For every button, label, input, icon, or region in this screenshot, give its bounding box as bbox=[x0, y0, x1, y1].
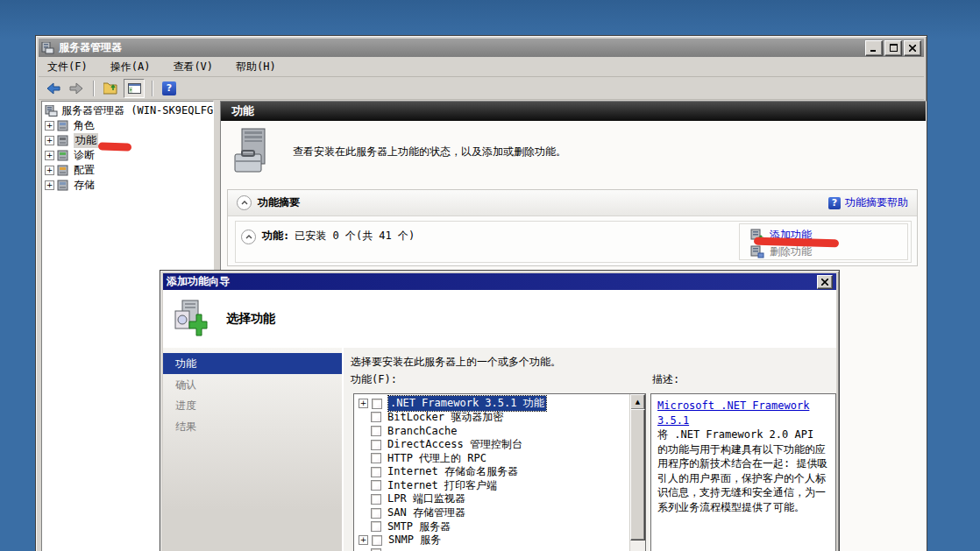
feature-row[interactable]: DirectAccess 管理控制台 bbox=[354, 438, 645, 452]
checkbox-icon[interactable] bbox=[372, 535, 382, 546]
features-summary-help-link[interactable]: 功能摘要帮助 bbox=[845, 195, 908, 210]
summary-title: 功能摘要 bbox=[258, 195, 300, 210]
help-icon: ? bbox=[162, 81, 176, 95]
close-icon bbox=[909, 45, 916, 52]
maximize-button[interactable] bbox=[884, 40, 902, 56]
listbox-scrollbar[interactable]: ▲ bbox=[629, 394, 645, 551]
expand-plus-icon[interactable]: + bbox=[45, 166, 54, 175]
configuration-icon bbox=[57, 165, 70, 176]
tree-item-label: 功能 bbox=[74, 133, 98, 148]
dialog-close-button[interactable] bbox=[817, 275, 833, 289]
features-overview-icon bbox=[233, 128, 273, 175]
features-summary-header: 功能摘要 ? 功能摘要帮助 bbox=[228, 190, 917, 216]
wizard-step-features[interactable]: 功能 bbox=[163, 353, 342, 374]
collapse-chevron-icon[interactable] bbox=[237, 195, 252, 210]
tree-item-root[interactable]: 服务器管理器 (WIN-SK9EQLFGIL bbox=[42, 103, 213, 118]
window-title-bar: 服务器管理器 bbox=[39, 39, 924, 57]
feature-row[interactable]: SAN 存储管理器 bbox=[354, 506, 645, 520]
toolbar-separator bbox=[93, 81, 94, 96]
desktop: 服务器管理器 文件(F)操作(A)查看(V)帮助(H) bbox=[0, 0, 980, 551]
tree-item-configuration[interactable]: +配置 bbox=[42, 163, 213, 178]
dialog-heading: 选择功能 bbox=[226, 311, 275, 327]
features-summary-section: 功能摘要 ? 功能摘要帮助 功能: 已安装 0 个(共 41 个) bbox=[227, 189, 918, 266]
feature-description-link[interactable]: Microsoft .NET Framework 3.5.1 bbox=[657, 399, 809, 427]
remove-features-icon bbox=[750, 245, 764, 258]
back-button[interactable] bbox=[44, 80, 63, 97]
features-icon bbox=[57, 135, 70, 146]
remove-features-link: 删除功能 bbox=[770, 244, 812, 259]
page-title: 功能 bbox=[221, 102, 926, 121]
tree-item-storage[interactable]: +存储 bbox=[42, 178, 213, 193]
expand-plus-icon[interactable]: + bbox=[359, 535, 368, 545]
tree-item-label: 诊断 bbox=[74, 148, 95, 163]
checkbox-icon[interactable] bbox=[371, 440, 381, 450]
checkbox-icon[interactable] bbox=[371, 426, 381, 436]
feature-row[interactable]: LPR 端口监视器 bbox=[354, 492, 645, 506]
checkbox-icon[interactable] bbox=[372, 399, 382, 409]
feature-row[interactable]: BranchCache bbox=[354, 424, 645, 438]
intro-section: 查看安装在此服务器上功能的状态，以及添加或删除功能。 bbox=[233, 128, 566, 175]
description-panel: Microsoft .NET Framework 3.5.1 将 .NET Fr… bbox=[650, 393, 836, 551]
back-arrow-icon bbox=[46, 82, 60, 95]
menu-item-view[interactable]: 查看(V) bbox=[173, 60, 213, 74]
folder-up-icon bbox=[103, 82, 118, 95]
menu-item-help[interactable]: 帮助(H) bbox=[236, 60, 276, 74]
tree-item-roles[interactable]: +角色 bbox=[42, 118, 213, 133]
checkbox-icon[interactable] bbox=[371, 494, 381, 505]
scroll-up-button[interactable]: ▲ bbox=[630, 394, 645, 410]
checkbox-icon[interactable] bbox=[371, 508, 381, 519]
feature-row[interactable]: Internet 打印客户端 bbox=[354, 479, 645, 493]
feature-row[interactable]: BitLocker 驱动器加密 bbox=[354, 411, 645, 425]
feature-row[interactable]: SMTP 服务器 bbox=[354, 519, 645, 533]
tree-root-label: 服务器管理器 (WIN-SK9EQLFGIL bbox=[61, 103, 214, 118]
checkbox-icon[interactable] bbox=[371, 467, 381, 477]
minimize-button[interactable] bbox=[865, 40, 883, 56]
features-count-label: 功能: bbox=[262, 229, 289, 244]
scrollbar-thumb[interactable] bbox=[630, 409, 645, 540]
checkbox-icon[interactable] bbox=[371, 521, 381, 532]
feature-row[interactable]: Internet 存储命名服务器 bbox=[354, 465, 645, 479]
instruction-text: 选择要安装在此服务器上的一个或多个功能。 bbox=[351, 355, 561, 370]
server-manager-icon bbox=[41, 42, 54, 54]
close-button[interactable] bbox=[904, 40, 921, 56]
dialog-body: 功能确认进度结果 选择要安装在此服务器上的一个或多个功能。 功能(F): 描述:… bbox=[163, 348, 836, 551]
minimize-icon bbox=[870, 45, 877, 52]
expand-plus-icon[interactable]: + bbox=[45, 151, 54, 160]
console-tree-button[interactable] bbox=[124, 79, 145, 98]
expand-plus-icon[interactable]: + bbox=[45, 180, 54, 190]
feature-row[interactable]: +.NET Framework 3.5.1 功能 bbox=[354, 397, 645, 411]
storage-icon bbox=[57, 180, 70, 191]
toolbar-separator bbox=[152, 81, 153, 96]
feature-row[interactable]: HTTP 代理上的 RPC bbox=[354, 451, 645, 465]
dialog-title: 添加功能向导 bbox=[167, 274, 230, 289]
collapse-chevron-icon[interactable] bbox=[241, 230, 256, 244]
diagnostics-icon bbox=[57, 150, 70, 161]
add-features-wizard-dialog: 添加功能向导 选择功能 功能确认进度结果 选择要安装在此服务器上的一个或多个功能… bbox=[160, 270, 840, 551]
page-title-text: 功能 bbox=[231, 103, 254, 119]
features-count-value: 已安装 0 个(共 41 个) bbox=[295, 229, 415, 244]
features-list-label: 功能(F): bbox=[351, 372, 397, 387]
menu-item-action[interactable]: 操作(A) bbox=[110, 60, 151, 74]
wizard-step-confirmation: 确认 bbox=[163, 374, 342, 395]
menu-item-file[interactable]: 文件(F) bbox=[47, 60, 88, 74]
checkbox-icon[interactable] bbox=[371, 412, 381, 422]
checkbox-icon[interactable] bbox=[371, 480, 381, 491]
dialog-main-area: 选择要安装在此服务器上的一个或多个功能。 功能(F): 描述: +.NET Fr… bbox=[344, 348, 836, 551]
feature-label: SNMP 服务 bbox=[388, 533, 441, 547]
wizard-step-progress: 进度 bbox=[163, 395, 342, 416]
feature-label: .NET Framework 3.5.1 功能 bbox=[388, 396, 546, 411]
feature-label: HTTP 代理上的 RPC bbox=[387, 451, 486, 466]
up-one-level-button[interactable] bbox=[101, 80, 120, 97]
forward-button[interactable] bbox=[67, 80, 86, 97]
expand-plus-icon[interactable]: + bbox=[45, 136, 54, 145]
help-icon: ? bbox=[828, 197, 841, 209]
feature-row[interactable]: +SNMP 服务 bbox=[354, 533, 645, 547]
expand-plus-icon[interactable]: + bbox=[359, 399, 368, 408]
feature-description-text: 将 .NET Framework 2.0 API 的功能与用于构建具有以下功能的… bbox=[657, 427, 829, 514]
feature-label: LPR 端口监视器 bbox=[387, 491, 465, 506]
feature-label: DirectAccess 管理控制台 bbox=[387, 437, 522, 452]
help-button[interactable]: ? bbox=[160, 80, 179, 97]
checkbox-icon[interactable] bbox=[371, 453, 381, 463]
expand-plus-icon[interactable]: + bbox=[45, 121, 54, 131]
roles-icon bbox=[57, 120, 70, 131]
